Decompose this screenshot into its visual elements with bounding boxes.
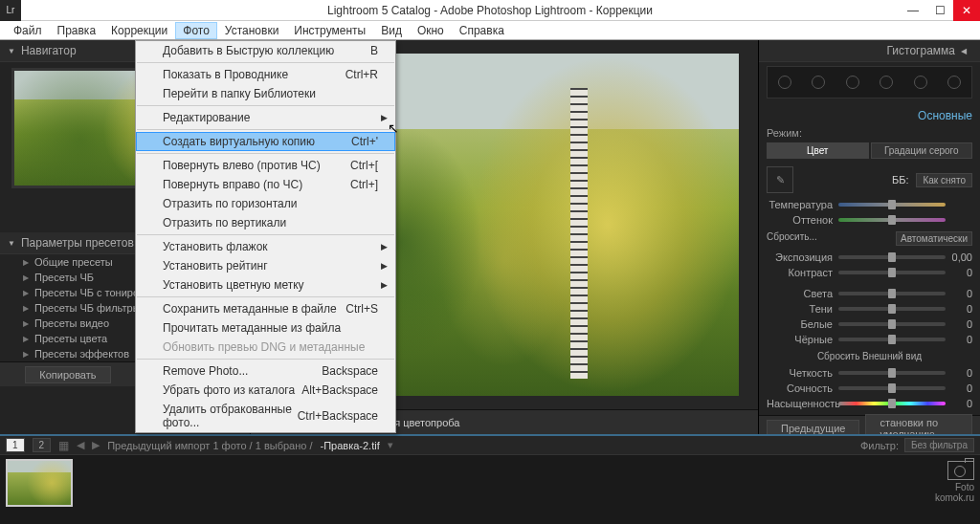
monitor-2-button[interactable]: 2 — [33, 438, 52, 452]
nav-fwd-icon[interactable]: ▶ — [92, 439, 100, 451]
menuitem[interactable]: Прочитать метаданные из файла — [136, 318, 395, 338]
redeye-tool-icon[interactable] — [846, 76, 859, 89]
histogram-panel-header[interactable]: Гистограмма◀ — [759, 40, 980, 62]
menuitem[interactable]: Убрать фото из каталогаAlt+Backspace — [136, 381, 395, 400]
dropdown-icon[interactable]: ▾ — [388, 439, 393, 451]
photo-menu-dropdown: Добавить в Быструю коллекциюBПоказать в … — [135, 40, 396, 433]
menu-файл[interactable]: Файл — [6, 22, 50, 39]
blacks-label: Чёрные — [767, 334, 838, 345]
menubar: ФайлПравкаКоррекцииФотоУстановкиИнструме… — [0, 21, 980, 40]
maximize-button[interactable]: ☐ — [926, 0, 953, 21]
menu-окно[interactable]: Окно — [410, 22, 452, 39]
clarity-value: 0 — [946, 367, 972, 379]
grid-icon[interactable]: ▦ — [58, 439, 69, 452]
whites-value: 0 — [946, 318, 972, 330]
nav-back-icon[interactable]: ◀ — [77, 439, 84, 451]
filmstrip-thumbnail[interactable] — [6, 459, 73, 507]
whites-slider[interactable] — [838, 322, 946, 326]
spot-tool-icon[interactable] — [812, 76, 825, 89]
vibrance-slider[interactable] — [838, 386, 946, 390]
filter-select[interactable]: Без фильтра — [904, 438, 974, 452]
wb-eyedropper-icon[interactable]: ✎ — [767, 166, 793, 193]
highlights-slider[interactable] — [838, 292, 946, 295]
minimize-button[interactable]: — — [900, 0, 926, 21]
copy-button[interactable]: Копировать — [25, 366, 110, 383]
menu-коррекции[interactable]: Коррекции — [103, 22, 175, 39]
menuitem[interactable]: Установить рейтинг▶ — [136, 256, 395, 275]
highlights-value: 0 — [946, 288, 972, 299]
tool-strip — [767, 66, 972, 98]
collapse-icon: ▼ — [8, 47, 15, 55]
basic-panel-title[interactable]: Основные — [767, 106, 972, 125]
wb-label: ББ: — [892, 174, 909, 186]
expand-icon: ▶ — [23, 319, 29, 328]
menuitem[interactable]: Повернуть вправо (по ЧС)Ctrl+] — [136, 175, 395, 194]
expand-icon: ▶ — [23, 350, 29, 359]
shadows-slider[interactable] — [838, 307, 946, 311]
menuitem[interactable]: Сохранить метаданные в файлеCtrl+S — [136, 299, 395, 318]
treatment-color-button[interactable]: Цвет — [767, 142, 869, 159]
treatment-gray-button[interactable]: Градации серого — [871, 142, 973, 159]
menuitem[interactable]: Удалить отбракованные фото...Ctrl+Backsp… — [136, 400, 395, 432]
window-title: Lightroom 5 Catalog - Adobe Photoshop Li… — [327, 4, 653, 17]
menuitem[interactable]: Редактирование▶ — [136, 108, 395, 127]
exposure-value: 0,00 — [946, 251, 972, 263]
saturation-label: Насыщенность — [767, 398, 838, 409]
reset-default-button[interactable]: становки по умолчанию — [865, 414, 972, 435]
grad-tool-icon[interactable] — [880, 76, 893, 89]
whites-label: Белые — [767, 318, 838, 330]
close-button[interactable]: ✕ — [953, 0, 980, 21]
exposure-slider[interactable] — [838, 255, 946, 259]
expand-icon: ▶ — [23, 258, 29, 267]
previous-button[interactable]: Предыдущие — [767, 420, 859, 435]
blacks-value: 0 — [946, 334, 972, 345]
menuitem[interactable]: Добавить в Быструю коллекциюB — [136, 41, 395, 60]
clarity-slider[interactable] — [838, 371, 946, 375]
monitor-1-button[interactable]: 1 — [6, 438, 25, 452]
menuitem[interactable]: Показать в ПроводникеCtrl+R — [136, 65, 395, 84]
menu-вид[interactable]: Вид — [373, 22, 410, 39]
menuitem[interactable]: Отразить по горизонтали — [136, 194, 395, 213]
temp-slider[interactable] — [838, 203, 946, 207]
tone-reset-button[interactable]: Сбросить... — [767, 231, 817, 246]
filmstrip-filename: -Правка-2.tif — [320, 440, 379, 451]
contrast-label: Контраст — [767, 267, 838, 278]
tint-slider[interactable] — [838, 218, 946, 222]
menuitem[interactable]: Установить цветную метку▶ — [136, 275, 395, 295]
crop-tool-icon[interactable] — [778, 76, 791, 89]
filmstrip-info: Предыдущий импорт 1 фото / 1 выбрано / — [107, 440, 312, 451]
collapse-icon: ◀ — [961, 47, 967, 55]
clarity-label: Четкость — [767, 367, 838, 379]
histogram-label: Гистограмма — [887, 44, 955, 57]
exposure-label: Экспозиция — [767, 251, 838, 263]
saturation-value: 0 — [946, 398, 972, 409]
expand-icon: ▶ — [23, 273, 29, 282]
menu-фото[interactable]: Фото — [175, 22, 217, 39]
menuitem[interactable]: Перейти в папку Библиотеки — [136, 84, 395, 103]
menuitem[interactable]: Создать виртуальную копиюCtrl+' — [136, 132, 395, 151]
temp-label: Температура — [767, 199, 838, 210]
menu-правка[interactable]: Правка — [50, 22, 104, 39]
menuitem[interactable]: Повернуть влево (против ЧС)Ctrl+[ — [136, 156, 395, 175]
menuitem[interactable]: Remove Photo...Backspace — [136, 361, 395, 381]
menu-установки[interactable]: Установки — [217, 22, 286, 39]
filter-label: Фильтр: — [860, 440, 899, 451]
contrast-slider[interactable] — [838, 271, 946, 274]
navigator-label: Навигатор — [21, 44, 77, 57]
expand-icon: ▶ — [23, 289, 29, 297]
expand-icon: ▶ — [23, 335, 29, 343]
vibrance-value: 0 — [946, 382, 972, 394]
presence-reset-button[interactable]: Сбросить Внешний вид — [817, 351, 922, 361]
brush-tool-icon[interactable] — [947, 76, 961, 89]
wb-preset-select[interactable]: Как снято — [916, 173, 972, 187]
menuitem[interactable]: Отразить по вертикали — [136, 213, 395, 232]
blacks-slider[interactable] — [838, 338, 946, 341]
auto-tone-button[interactable]: Автоматически — [896, 231, 972, 246]
vibrance-label: Сочность — [767, 382, 838, 394]
tint-label: Оттенок — [767, 214, 838, 226]
radial-tool-icon[interactable] — [914, 76, 927, 89]
menu-справка[interactable]: Справка — [452, 22, 512, 39]
saturation-slider[interactable] — [838, 402, 946, 405]
menuitem[interactable]: Установить флажок▶ — [136, 237, 395, 256]
menu-инструменты[interactable]: Инструменты — [286, 22, 373, 39]
